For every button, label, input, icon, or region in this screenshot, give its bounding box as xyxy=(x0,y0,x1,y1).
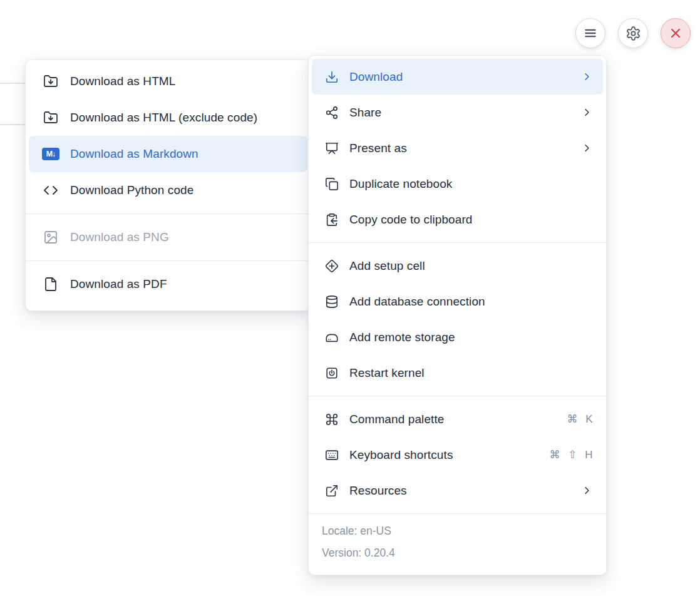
menu-item-label: Share xyxy=(349,106,381,120)
close-icon xyxy=(667,25,684,41)
menu-item-label: Download as Markdown xyxy=(70,147,198,161)
menu-item-trailing xyxy=(581,71,593,83)
menu-section: Download as PNG xyxy=(26,213,311,260)
diamond-plus-icon xyxy=(325,259,339,273)
menu-section: Command palette⌘ KKeyboard shortcuts⌘ ⇧ … xyxy=(309,396,606,513)
keyboard-icon xyxy=(325,448,339,462)
hamburger-icon xyxy=(582,25,599,41)
folder-down-icon xyxy=(42,74,59,89)
locale-text: Locale: en-US xyxy=(309,520,606,542)
menu-item-present-as[interactable]: Present as xyxy=(312,130,603,166)
settings-button[interactable] xyxy=(618,18,648,48)
file-icon xyxy=(42,277,59,292)
menu-section: Download as HTMLDownload as HTML (exclud… xyxy=(26,63,311,213)
menu-item-download-python-code[interactable]: Download Python code xyxy=(29,172,307,208)
menu-item-label: Add remote storage xyxy=(349,331,455,344)
menu-item-label: Download as PNG xyxy=(70,230,169,244)
menu-item-label: Download Python code xyxy=(70,183,193,197)
menu-section: Download as PDF xyxy=(26,260,311,307)
menu-item-download-as-png: Download as PNG xyxy=(29,219,307,255)
menu-item-label: Command palette xyxy=(349,413,444,426)
menu-item-trailing: ⌘ K xyxy=(567,413,593,426)
menu-section: DownloadSharePresent asDuplicate noteboo… xyxy=(309,59,606,242)
menu-item-resources[interactable]: Resources xyxy=(312,473,603,508)
notebook-menu-button[interactable] xyxy=(575,18,605,48)
menu-item-command-palette[interactable]: Command palette⌘ K xyxy=(312,401,603,437)
menu-item-restart-kernel[interactable]: Restart kernel xyxy=(312,355,603,391)
menu-item-label: Download as HTML xyxy=(70,74,175,88)
menu-section: Add setup cellAdd database connectionAdd… xyxy=(309,242,606,396)
menu-item-label: Download as HTML (exclude code) xyxy=(70,111,257,125)
image-icon xyxy=(42,230,59,245)
menu-item-label: Copy code to clipboard xyxy=(349,213,473,227)
code-icon xyxy=(42,183,59,198)
menu-item-download-as-pdf[interactable]: Download as PDF xyxy=(29,266,307,302)
menu-item-add-remote-storage[interactable]: Add remote storage xyxy=(312,319,603,355)
page-border-line xyxy=(0,124,26,125)
menu-footer: Locale: en-US Version: 0.20.4 xyxy=(309,513,606,572)
menu-item-copy-code-to-clipboard[interactable]: Copy code to clipboard xyxy=(312,202,603,237)
share-icon xyxy=(325,106,339,120)
menu-item-label: Add database connection xyxy=(349,295,485,309)
menu-item-label: Resources xyxy=(349,484,407,498)
shortcut-hint: ⌘ K xyxy=(567,413,593,426)
menu-item-add-database-connection[interactable]: Add database connection xyxy=(312,284,603,319)
menu-item-duplicate-notebook[interactable]: Duplicate notebook xyxy=(312,166,603,202)
command-icon xyxy=(325,413,339,426)
close-app-button[interactable] xyxy=(661,18,691,48)
duplicate-icon xyxy=(325,177,339,191)
menu-item-trailing xyxy=(581,106,593,118)
page-border-line xyxy=(0,83,26,84)
menu-item-label: Present as xyxy=(349,141,407,155)
version-text: Version: 0.20.4 xyxy=(309,542,606,564)
external-link-icon xyxy=(325,484,339,498)
menu-item-trailing xyxy=(581,142,593,154)
chevron-right-icon xyxy=(581,142,593,154)
menu-item-label: Keyboard shortcuts xyxy=(349,448,453,462)
menu-item-label: Add setup cell xyxy=(349,259,425,273)
menu-item-label: Download as PDF xyxy=(70,277,167,291)
chevron-right-icon xyxy=(581,485,593,496)
gear-icon xyxy=(625,26,641,41)
menu-item-label: Restart kernel xyxy=(349,366,425,380)
download-submenu: Download as HTMLDownload as HTML (exclud… xyxy=(25,59,311,311)
menu-item-add-setup-cell[interactable]: Add setup cell xyxy=(312,248,603,284)
storage-drive-icon xyxy=(325,331,339,344)
menu-item-download-as-html-exclude-code[interactable]: Download as HTML (exclude code) xyxy=(29,100,307,136)
menu-item-download-as-html[interactable]: Download as HTML xyxy=(29,63,307,100)
database-icon xyxy=(325,295,339,309)
markdown-icon: M↓ xyxy=(42,146,59,162)
notebook-menu: DownloadSharePresent asDuplicate noteboo… xyxy=(308,55,607,575)
menu-item-label: Duplicate notebook xyxy=(349,177,452,191)
download-icon xyxy=(325,70,339,84)
chevron-right-icon xyxy=(581,106,593,118)
shortcut-hint: ⌘ ⇧ H xyxy=(550,448,593,461)
menu-item-trailing xyxy=(581,485,593,496)
markdown-badge: M↓ xyxy=(42,148,59,160)
menu-item-download[interactable]: Download xyxy=(312,59,603,95)
menu-item-label: Download xyxy=(349,70,403,84)
power-square-icon xyxy=(325,366,339,380)
menu-item-keyboard-shortcuts[interactable]: Keyboard shortcuts⌘ ⇧ H xyxy=(312,437,603,473)
chevron-right-icon xyxy=(581,71,593,83)
clipboard-copy-icon xyxy=(325,213,339,227)
folder-down-icon xyxy=(42,110,59,125)
notebook-actions-toolbar xyxy=(575,18,691,48)
menu-item-share[interactable]: Share xyxy=(312,95,603,130)
presentation-icon xyxy=(325,141,339,155)
menu-item-trailing: ⌘ ⇧ H xyxy=(550,448,593,461)
menu-item-download-as-markdown[interactable]: M↓Download as Markdown xyxy=(29,136,307,172)
